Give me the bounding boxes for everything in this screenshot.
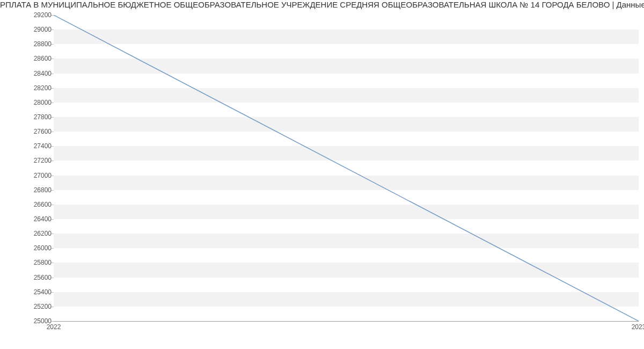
y-tick-label: 27000	[3, 172, 52, 179]
y-tick-label: 28000	[3, 99, 52, 106]
y-tick-label: 27200	[3, 157, 52, 164]
y-tick-label: 26200	[3, 230, 52, 237]
chart-title: РПЛАТА В МУНИЦИПАЛЬНОЕ БЮДЖЕТНОЕ ОБЩЕОБР…	[0, 0, 644, 13]
y-tick-label: 26800	[3, 186, 52, 194]
chart-container: РПЛАТА В МУНИЦИПАЛЬНОЕ БЮДЖЕТНОЕ ОБЩЕОБР…	[0, 0, 644, 349]
y-tick-label: 27800	[3, 113, 52, 121]
y-tick-label: 25600	[3, 274, 52, 281]
line-series	[54, 15, 639, 321]
series-line	[54, 15, 639, 321]
y-tick-label: 26600	[3, 201, 52, 208]
y-tick-label: 27600	[3, 128, 52, 135]
y-tick-label: 28800	[3, 40, 52, 48]
x-tick-label: 2022	[47, 323, 61, 331]
y-tick-label: 26000	[3, 244, 52, 252]
y-tick-label: 25200	[3, 303, 52, 310]
y-tick-label: 27400	[3, 142, 52, 150]
y-tick-label: 26400	[3, 215, 52, 223]
plot-area	[54, 15, 639, 322]
y-tick-label: 28600	[3, 55, 52, 62]
y-tick-label: 25000	[3, 317, 52, 325]
y-tick-label: 25400	[3, 288, 52, 296]
x-tick-label: 2023	[632, 323, 644, 331]
y-tick-label: 28400	[3, 70, 52, 77]
y-tick-label: 29200	[3, 11, 52, 19]
y-tick-label: 28200	[3, 84, 52, 92]
y-tick-label: 25800	[3, 259, 52, 266]
y-tick-label: 29000	[3, 26, 52, 33]
